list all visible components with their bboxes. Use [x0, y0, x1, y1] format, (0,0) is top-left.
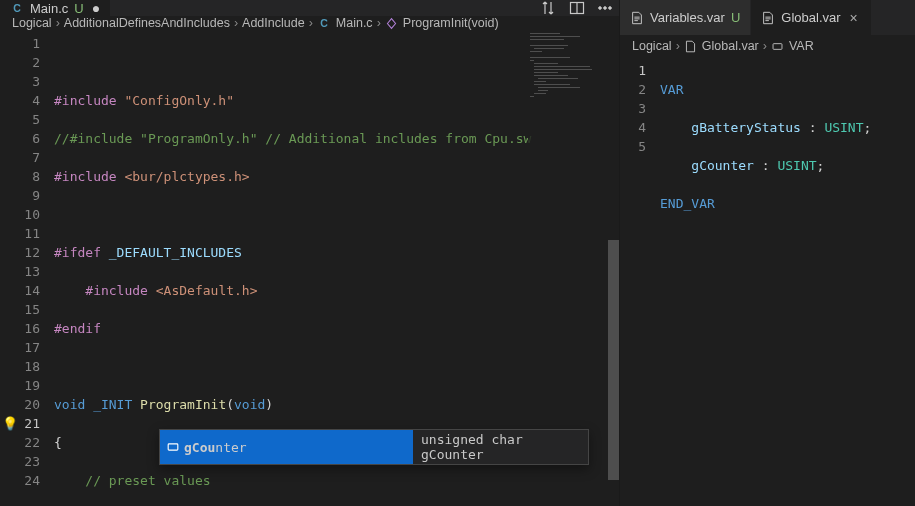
line-numbers: 12345: [620, 57, 660, 506]
suggest-match: gCou: [184, 440, 215, 455]
svg-rect-27: [168, 444, 178, 450]
svg-rect-23: [538, 87, 580, 88]
modified-status: U: [731, 10, 740, 25]
breadcrumb[interactable]: AddInclude: [242, 16, 305, 30]
svg-point-4: [604, 7, 607, 10]
more-actions-icon[interactable]: [591, 0, 619, 16]
svg-rect-19: [534, 75, 568, 76]
code-content[interactable]: VAR gBatteryStatus : USINT; gCounter : U…: [660, 57, 915, 506]
chevron-right-icon: ›: [234, 16, 238, 30]
breadcrumb[interactable]: VAR: [771, 39, 814, 53]
svg-rect-16: [534, 66, 590, 67]
svg-rect-13: [530, 57, 570, 58]
svg-rect-11: [534, 48, 564, 49]
file-lines-icon: [630, 11, 644, 25]
svg-rect-28: [773, 43, 782, 49]
close-icon[interactable]: ×: [847, 11, 861, 25]
glyph-margin: 💡: [0, 30, 20, 506]
breadcrumb[interactable]: ProgramInit(void): [385, 16, 499, 30]
tab-main-c[interactable]: C Main.c U ●: [0, 0, 111, 16]
breadcrumb[interactable]: CMain.c: [317, 16, 373, 30]
c-file-icon: C: [317, 16, 331, 30]
breadcrumb[interactable]: AdditionalDefinesAndIncludes: [64, 16, 230, 30]
svg-point-3: [599, 7, 602, 10]
svg-text:C: C: [13, 2, 21, 14]
tab-label: Global.var: [781, 10, 840, 25]
tab-global-var[interactable]: Global.var ×: [751, 0, 871, 35]
svg-rect-7: [530, 33, 560, 34]
svg-text:C: C: [320, 17, 328, 29]
tab-variables-var[interactable]: Variables.var U: [620, 0, 751, 35]
intellisense-popup[interactable]: gCounter unsigned char gCounter: [159, 429, 589, 465]
svg-rect-22: [534, 84, 570, 85]
suggest-detail: unsigned char gCounter: [421, 432, 580, 462]
line-numbers: 123456789 101112131415161718 19202122232…: [20, 30, 54, 506]
tab-label: Variables.var: [650, 10, 725, 25]
compare-changes-icon[interactable]: [535, 0, 563, 16]
chevron-right-icon: ›: [676, 39, 680, 53]
tab-bar-left: C Main.c U ●: [0, 0, 619, 16]
svg-rect-21: [534, 81, 546, 82]
modified-status: U: [74, 1, 83, 16]
file-lines-icon: [761, 11, 775, 25]
svg-rect-9: [530, 39, 564, 40]
tab-bar-right: Variables.var U Global.var ×: [620, 0, 915, 35]
file-lines-icon: [684, 40, 697, 53]
svg-rect-24: [538, 90, 548, 91]
chevron-right-icon: ›: [763, 39, 767, 53]
svg-rect-8: [530, 36, 580, 37]
svg-rect-12: [530, 51, 542, 52]
breadcrumb[interactable]: Global.var: [684, 39, 759, 53]
svg-rect-18: [534, 72, 558, 73]
svg-point-5: [609, 7, 612, 10]
breadcrumb[interactable]: Logical: [12, 16, 52, 30]
symbol-variable-icon: [166, 440, 180, 454]
c-file-icon: C: [10, 1, 24, 15]
svg-rect-20: [538, 78, 578, 79]
chevron-right-icon: ›: [309, 16, 313, 30]
svg-rect-17: [534, 69, 592, 70]
tab-label: Main.c: [30, 1, 68, 16]
chevron-right-icon: ›: [56, 16, 60, 30]
lightbulb-icon[interactable]: 💡: [0, 414, 20, 433]
svg-rect-15: [534, 63, 558, 64]
svg-rect-26: [530, 96, 534, 97]
breadcrumbs-left: Logical› AdditionalDefinesAndIncludes› A…: [0, 16, 619, 30]
symbol-icon: [771, 40, 784, 53]
func-icon: [385, 17, 398, 30]
scrollbar-thumb[interactable]: [608, 240, 619, 480]
suggest-rest: nter: [215, 440, 246, 455]
code-editor-right[interactable]: 12345 VAR gBatteryStatus : USINT; gCount…: [620, 57, 915, 506]
breadcrumbs-right: Logical› Global.var› VAR: [620, 35, 915, 57]
vertical-scrollbar[interactable]: [608, 30, 619, 506]
dirty-dot-icon: ●: [92, 0, 100, 16]
breadcrumb[interactable]: Logical: [632, 39, 672, 53]
split-editor-icon[interactable]: [563, 0, 591, 16]
svg-rect-14: [530, 60, 534, 61]
svg-rect-10: [530, 45, 568, 46]
chevron-right-icon: ›: [377, 16, 381, 30]
svg-rect-25: [534, 93, 546, 94]
